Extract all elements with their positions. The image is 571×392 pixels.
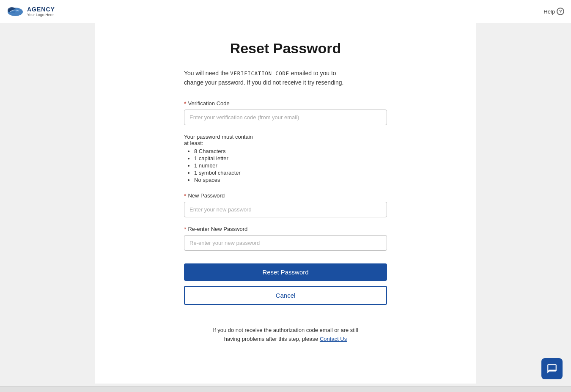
rule-item: 1 capital letter — [194, 155, 387, 162]
contact-us-link[interactable]: Contact Us — [320, 336, 347, 342]
description-line2: change your password. If you did not rec… — [184, 79, 343, 86]
footer-line2: having problems after this step, please — [224, 336, 318, 342]
required-star-verification: * — [184, 100, 186, 107]
rule-item: 1 number — [194, 162, 387, 169]
password-rules: Your password must contain at least: 8 C… — [184, 134, 387, 183]
rule-item: No spaces — [194, 177, 387, 183]
description-line1: You will need the VERIFICATION CODE emai… — [184, 70, 336, 77]
footer-line1: If you do not receive the authorization … — [213, 327, 358, 333]
page-title: Reset Password — [104, 40, 467, 57]
new-password-label: * New Password — [184, 192, 387, 199]
reenter-password-group: * Re-enter New Password — [184, 226, 387, 251]
logo-text: AGENCY Your Logo Here — [27, 6, 55, 17]
logo-icon — [7, 4, 24, 19]
chat-bubble-button[interactable] — [541, 358, 563, 379]
help-icon: ? — [557, 8, 564, 15]
footer-note: If you do not receive the authorization … — [184, 326, 387, 344]
reset-form: * Verification Code Your password must c… — [184, 100, 387, 344]
help-label: Help — [544, 8, 555, 15]
required-star-reenter: * — [184, 226, 186, 233]
app-header: AGENCY Your Logo Here Help ? — [0, 0, 571, 23]
rules-list: 8 Characters 1 capital letter 1 number 1… — [184, 148, 387, 183]
description: You will need the VERIFICATION CODE emai… — [184, 69, 387, 88]
rule-item: 8 Characters — [194, 148, 387, 154]
required-star-new-password: * — [184, 192, 186, 199]
reenter-password-input[interactable] — [184, 235, 387, 251]
help-link[interactable]: Help ? — [544, 8, 564, 15]
logo-area: AGENCY Your Logo Here — [7, 4, 55, 19]
cancel-button[interactable]: Cancel — [184, 286, 387, 305]
new-password-input[interactable] — [184, 202, 387, 217]
logo-agency-label: AGENCY — [27, 6, 55, 13]
rules-header: Your password must contain at least: — [184, 134, 387, 146]
reset-password-button[interactable]: Reset Password — [184, 263, 387, 281]
main-content: Reset Password You will need the VERIFIC… — [95, 23, 476, 384]
new-password-group: * New Password — [184, 192, 387, 217]
scrollbar-bottom[interactable] — [0, 386, 571, 392]
verification-code-group: * Verification Code — [184, 100, 387, 125]
chat-icon — [546, 363, 557, 374]
verification-code-input[interactable] — [184, 110, 387, 125]
verification-code-label: * Verification Code — [184, 100, 387, 107]
rule-item: 1 symbol character — [194, 170, 387, 176]
logo-tagline-label: Your Logo Here — [27, 13, 55, 17]
action-buttons: Reset Password Cancel — [184, 263, 387, 305]
reenter-password-label: * Re-enter New Password — [184, 226, 387, 233]
